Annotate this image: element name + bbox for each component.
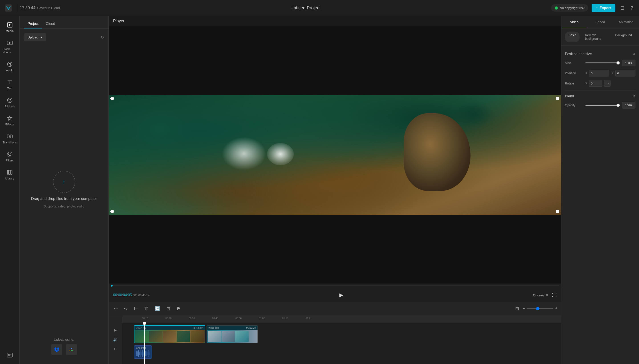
sidebar-item-media[interactable]: Media: [1, 19, 19, 36]
google-drive-button[interactable]: [66, 344, 77, 355]
sidebar-item-filters[interactable]: Filters: [1, 148, 19, 165]
total-time: 00:00:45:14: [134, 294, 150, 297]
frame-4: [177, 331, 190, 342]
handle-top-right[interactable]: [556, 97, 559, 100]
layout-button[interactable]: ⊟: [619, 4, 626, 12]
audio-bar: [136, 351, 137, 356]
topbar-saved: Saved in Cloud: [37, 6, 60, 10]
playhead: [144, 323, 145, 364]
audio-track: Cheering: [134, 345, 152, 359]
audio-bar: [140, 350, 140, 357]
handle-top-left[interactable]: [110, 97, 114, 100]
rotate-x-label: X: [585, 82, 587, 85]
position-label: Position: [565, 72, 583, 75]
audio-track-toggle[interactable]: 🔊: [113, 338, 118, 342]
ruler-mark-0010: 00:10: [142, 317, 148, 320]
svg-rect-13: [9, 170, 10, 174]
flag-button[interactable]: ⚑: [175, 305, 182, 313]
play-button[interactable]: ▶: [340, 292, 343, 298]
dropbox-button[interactable]: [51, 344, 62, 355]
position-y-input[interactable]: 0: [615, 70, 635, 76]
opacity-value[interactable]: 100%: [622, 102, 635, 108]
sidebar-item-audio[interactable]: Audio: [1, 58, 19, 75]
sidebar-item-stock-videos[interactable]: Stock videos: [1, 37, 19, 57]
upload-button[interactable]: Upload ▼: [24, 33, 46, 41]
ocean-detail-2: [453, 101, 493, 128]
sidebar-item-transitions[interactable]: Transitions: [1, 130, 19, 147]
handle-bottom-right[interactable]: [556, 210, 559, 213]
sidebar-item-text[interactable]: Text: [1, 76, 19, 93]
upload-circle: ↑: [53, 171, 75, 193]
svg-rect-0: [5, 4, 12, 12]
scrubber-thumb: [111, 285, 113, 286]
sidebar-item-stickers[interactable]: Stickers: [1, 94, 19, 111]
fullscreen-button[interactable]: ⛶: [552, 292, 557, 298]
tab-cloud[interactable]: Cloud: [42, 20, 59, 28]
video-track-toggle[interactable]: ▶: [114, 328, 117, 332]
timeline-scrubber-bar[interactable]: [109, 284, 561, 288]
export-button[interactable]: ↑ Export: [592, 4, 615, 12]
zoom-slider[interactable]: [527, 308, 553, 309]
refresh-button[interactable]: ↻: [101, 35, 104, 40]
size-value[interactable]: 100%: [622, 60, 635, 66]
loop-track-button[interactable]: ↻: [114, 347, 117, 351]
frame-8: [235, 331, 249, 342]
clip-2-duration: 00:19:28: [246, 326, 256, 329]
opacity-slider[interactable]: [585, 105, 619, 106]
sidebar-item-effects[interactable]: Effects: [1, 112, 19, 129]
topbar-time: 17:30:44: [20, 6, 35, 10]
upload-icons: [51, 344, 77, 355]
zoom-out-button[interactable]: −: [523, 306, 525, 311]
ocean-foam: [222, 137, 266, 170]
subtab-background[interactable]: Background: [612, 32, 635, 42]
video-clip-2[interactable]: video clip 00:19:28: [207, 325, 258, 343]
project-title: Untitled Project: [60, 5, 551, 10]
media-icon: [7, 22, 13, 28]
clip-2-frames: [207, 330, 257, 343]
subtab-remove-bg[interactable]: Remove background: [581, 32, 610, 42]
subtab-basic[interactable]: Basic: [565, 32, 579, 42]
split-button[interactable]: ⊨: [132, 305, 140, 313]
rotate-control-row: Rotate X 0° —•: [565, 80, 635, 87]
size-control-row: Size 100%: [565, 60, 635, 66]
no-copyright-badge: No copyright risk: [551, 4, 588, 12]
audio-waveform: [136, 350, 150, 358]
zoom-in-button[interactable]: +: [555, 306, 557, 311]
handle-bottom-left[interactable]: [110, 210, 114, 213]
video-clip-1[interactable]: video clip 00:26:02: [134, 325, 205, 343]
google-drive-icon: [69, 347, 74, 352]
rotate-dash: —•: [604, 80, 610, 87]
crop-button[interactable]: ⊡: [165, 305, 172, 313]
clip-1-frames: [134, 330, 205, 343]
sidebar-item-library[interactable]: Library: [1, 166, 19, 183]
audio-clip-1[interactable]: Cheering: [134, 345, 152, 359]
ruler-mark-0020: 00:20: [165, 317, 172, 320]
opacity-slider-thumb: [616, 104, 620, 107]
undo-button[interactable]: ↩: [112, 305, 120, 313]
help-button[interactable]: ?: [629, 4, 634, 12]
blend-reset-button[interactable]: ↺: [632, 94, 635, 98]
tab-animation[interactable]: Animation: [613, 16, 639, 28]
upload-area: ↑ Drag and drop files from your computer…: [24, 46, 104, 333]
rotate-group: X 0° —•: [585, 80, 610, 87]
position-x-input[interactable]: 0: [589, 70, 609, 76]
aspect-ratio-chevron-icon: ▼: [545, 293, 549, 297]
svg-point-11: [7, 152, 12, 157]
aspect-ratio-selector[interactable]: Original ▼: [533, 293, 549, 297]
redo-button[interactable]: ↪: [122, 305, 130, 313]
scrubber-track: [113, 286, 559, 286]
size-slider[interactable]: [585, 62, 619, 63]
delete-button[interactable]: 🗑: [142, 305, 150, 312]
magnet-button[interactable]: ⊞: [513, 305, 521, 313]
sidebar-label-library: Library: [5, 177, 14, 180]
sidebar-label-text: Text: [7, 87, 13, 90]
sidebar-item-captions[interactable]: [1, 349, 19, 361]
clip-2-label: video clip: [209, 326, 219, 329]
export-label: Export: [600, 6, 611, 10]
tab-project[interactable]: Project: [24, 20, 42, 28]
rotate-x-input[interactable]: 0°: [589, 80, 602, 87]
loop-button[interactable]: 🔄: [153, 305, 162, 313]
tab-speed[interactable]: Speed: [587, 16, 613, 28]
tab-video[interactable]: Video: [561, 16, 587, 28]
position-size-reset-button[interactable]: ↺: [632, 52, 635, 56]
